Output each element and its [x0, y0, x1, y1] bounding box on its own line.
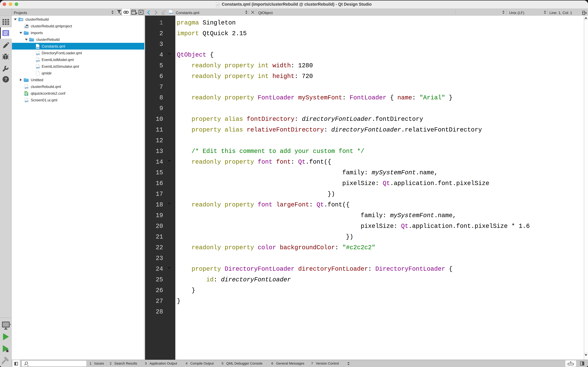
svg-text:qml: qml: [169, 12, 173, 15]
svg-text:?: ?: [4, 77, 7, 82]
